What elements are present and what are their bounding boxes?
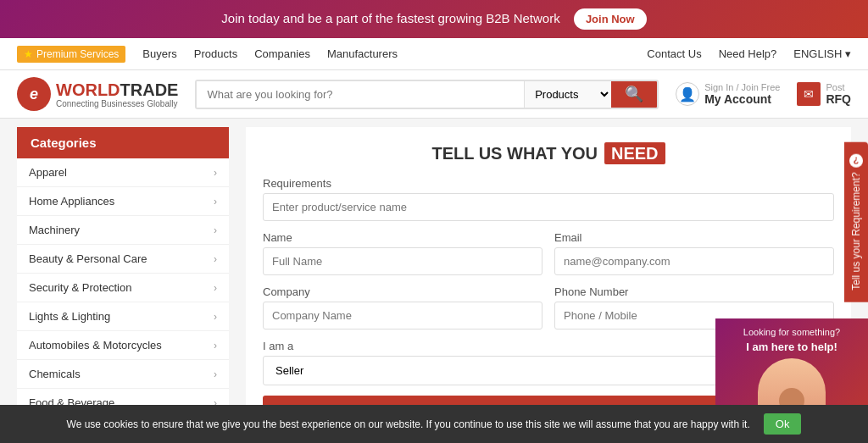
logo-world: WORLDTRADE bbox=[56, 80, 178, 99]
nav-bar: ★ Premium Services Buyers Products Compa… bbox=[0, 38, 868, 70]
sidebar-item-security[interactable]: Security & Protection › bbox=[17, 274, 229, 302]
premium-label: Premium Services bbox=[36, 48, 119, 60]
sidebar-item-label: Chemicals bbox=[29, 368, 81, 380]
post-rfq-link[interactable]: ✉ Post RFQ bbox=[797, 82, 851, 106]
logo: e WORLDTRADE Connecting Businesses Globa… bbox=[17, 77, 178, 111]
cookie-ok-button[interactable]: Ok bbox=[764, 413, 802, 435]
sidebar-item-automobiles[interactable]: Automobiles & Motorcycles › bbox=[17, 331, 229, 360]
sidebar-item-label: Apparel bbox=[29, 166, 67, 179]
account-text: Sign In / Join Free My Account bbox=[704, 82, 780, 106]
sidebar-item-chemicals[interactable]: Chemicals › bbox=[17, 360, 229, 389]
chevron-right-icon: › bbox=[214, 368, 217, 380]
sidebar: Categories Apparel › Home Appliances › M… bbox=[17, 127, 229, 443]
logo-icon: e bbox=[17, 77, 51, 111]
side-requirement-tab[interactable]: Tell us your Requirement? ? bbox=[844, 141, 868, 302]
my-account-link[interactable]: 👤 Sign In / Join Free My Account bbox=[676, 82, 780, 106]
account-main-label: My Account bbox=[704, 92, 780, 106]
email-input[interactable] bbox=[554, 247, 834, 275]
search-bar: Products Companies Buyers 🔍 bbox=[195, 80, 659, 109]
nav-link-companies[interactable]: Companies bbox=[254, 47, 310, 60]
chevron-right-icon: › bbox=[214, 340, 217, 352]
language-selector[interactable]: ENGLISH ▾ bbox=[793, 47, 851, 60]
account-signin-label: Sign In / Join Free bbox=[704, 82, 780, 92]
search-category-select[interactable]: Products Companies Buyers bbox=[524, 81, 611, 108]
premium-services-button[interactable]: ★ Premium Services bbox=[17, 46, 125, 63]
sidebar-item-apparel[interactable]: Apparel › bbox=[17, 158, 229, 187]
company-label: Company bbox=[263, 285, 542, 298]
chevron-right-icon: › bbox=[214, 282, 217, 294]
rfq-label: RFQ bbox=[826, 92, 851, 106]
name-label: Name bbox=[263, 231, 542, 244]
sidebar-item-beauty[interactable]: Beauty & Personal Care › bbox=[17, 245, 229, 274]
question-mark-icon: ? bbox=[849, 153, 863, 167]
chatbot-looking-text: Looking for something? bbox=[743, 327, 840, 337]
sidebar-item-label: Home Appliances bbox=[29, 195, 114, 208]
company-input[interactable] bbox=[263, 302, 542, 329]
nav-link-manufacturers[interactable]: Manufacturers bbox=[327, 47, 398, 60]
chevron-right-icon: › bbox=[214, 167, 217, 179]
phone-label: Phone Number bbox=[554, 285, 834, 298]
search-icon: 🔍 bbox=[625, 86, 643, 102]
name-email-row: Name Email bbox=[263, 231, 834, 275]
side-tab-label: Tell us your Requirement? bbox=[850, 172, 862, 290]
chevron-right-icon: › bbox=[214, 311, 217, 323]
rfq-text: Post RFQ bbox=[826, 82, 851, 106]
search-input[interactable] bbox=[197, 81, 524, 108]
name-col: Name bbox=[263, 231, 542, 275]
nav-link-help[interactable]: Need Help? bbox=[719, 47, 777, 60]
nav-link-buyers[interactable]: Buyers bbox=[142, 47, 176, 60]
header: e WORLDTRADE Connecting Businesses Globa… bbox=[0, 70, 868, 119]
header-actions: 👤 Sign In / Join Free My Account ✉ Post … bbox=[676, 82, 851, 106]
sidebar-item-machinery[interactable]: Machinery › bbox=[17, 216, 229, 245]
cookie-bar: We use cookies to ensure that we give yo… bbox=[0, 405, 868, 443]
email-col: Email bbox=[554, 231, 834, 275]
top-banner: Join today and be a part of the fastest … bbox=[0, 0, 868, 38]
post-label: Post bbox=[826, 82, 851, 92]
requirements-section: Requirements bbox=[263, 177, 834, 221]
logo-text: WORLDTRADE Connecting Businesses Globall… bbox=[56, 80, 178, 108]
logo-letter: e bbox=[30, 86, 38, 103]
chevron-right-icon: › bbox=[214, 196, 217, 208]
tell-us-prefix: TELL US WHAT YOU bbox=[431, 144, 598, 163]
requirements-label: Requirements bbox=[263, 177, 834, 190]
sidebar-item-label: Machinery bbox=[29, 224, 80, 236]
chatbot-help-text: I am here to help! bbox=[746, 341, 837, 353]
nav-link-products[interactable]: Products bbox=[194, 47, 237, 60]
email-label: Email bbox=[554, 231, 834, 244]
sidebar-item-home-appliances[interactable]: Home Appliances › bbox=[17, 187, 229, 216]
sidebar-title: Categories bbox=[17, 127, 229, 158]
sidebar-item-label: Lights & Lighting bbox=[29, 310, 110, 323]
rfq-icon: ✉ bbox=[797, 82, 821, 106]
chevron-right-icon: › bbox=[214, 224, 217, 236]
search-button[interactable]: 🔍 bbox=[611, 81, 657, 108]
company-col: Company bbox=[263, 285, 542, 329]
banner-text: Join today and be a part of the fastest … bbox=[221, 11, 559, 25]
nav-link-contact[interactable]: Contact Us bbox=[647, 47, 701, 60]
logo-sub: Connecting Businesses Globally bbox=[56, 99, 178, 108]
cookie-text: We use cookies to ensure that we give yo… bbox=[67, 418, 750, 430]
join-now-button[interactable]: Join Now bbox=[574, 8, 647, 30]
sidebar-item-lights[interactable]: Lights & Lighting › bbox=[17, 302, 229, 331]
chevron-right-icon: › bbox=[214, 253, 217, 265]
tell-us-need: NEED bbox=[604, 142, 665, 164]
tell-us-heading: TELL US WHAT YOU NEED bbox=[263, 144, 834, 163]
account-icon: 👤 bbox=[676, 82, 699, 106]
name-input[interactable] bbox=[263, 247, 542, 275]
star-icon: ★ bbox=[24, 48, 33, 60]
sidebar-item-label: Automobiles & Motorcycles bbox=[29, 339, 162, 352]
requirements-input[interactable] bbox=[263, 193, 834, 221]
sidebar-item-label: Security & Protection bbox=[29, 281, 131, 294]
sidebar-item-label: Beauty & Personal Care bbox=[29, 252, 147, 265]
